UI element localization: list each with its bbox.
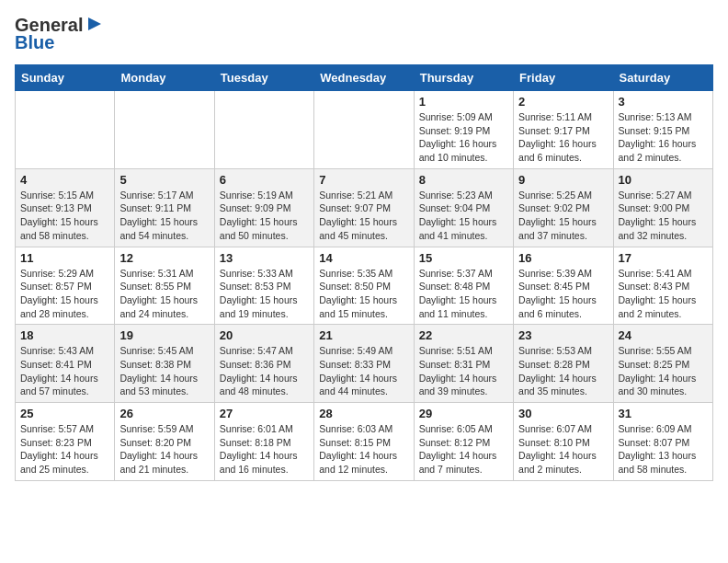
day-cell: 7Sunrise: 5:21 AM Sunset: 9:07 PM Daylig… [314,168,414,247]
day-info: Sunrise: 5:55 AM Sunset: 8:25 PM Dayligh… [619,344,708,398]
week-row-2: 4Sunrise: 5:15 AM Sunset: 9:13 PM Daylig… [16,168,713,247]
day-cell: 24Sunrise: 5:55 AM Sunset: 8:25 PM Dayli… [613,325,712,403]
day-number: 7 [319,173,408,187]
day-cell: 2Sunrise: 5:11 AM Sunset: 9:17 PM Daylig… [514,91,613,169]
day-info: Sunrise: 5:49 AM Sunset: 8:33 PM Dayligh… [319,344,408,398]
day-number: 9 [518,173,608,187]
day-number: 8 [419,173,508,187]
day-cell: 19Sunrise: 5:45 AM Sunset: 8:38 PM Dayli… [115,325,214,403]
day-number: 26 [119,407,209,420]
day-info: Sunrise: 5:15 AM Sunset: 9:13 PM Dayligh… [20,189,109,243]
day-info: Sunrise: 5:33 AM Sunset: 8:53 PM Dayligh… [220,267,309,321]
week-row-1: 1Sunrise: 5:09 AM Sunset: 9:19 PM Daylig… [16,91,713,169]
day-number: 23 [518,328,608,342]
day-info: Sunrise: 5:39 AM Sunset: 8:45 PM Dayligh… [518,267,608,321]
day-number: 3 [619,95,708,109]
day-cell: 1Sunrise: 5:09 AM Sunset: 9:19 PM Daylig… [414,91,513,169]
day-number: 20 [220,328,309,342]
day-number: 14 [319,251,408,265]
day-number: 30 [518,407,608,420]
day-cell: 28Sunrise: 6:03 AM Sunset: 8:15 PM Dayli… [314,403,414,481]
day-info: Sunrise: 5:43 AM Sunset: 8:41 PM Dayligh… [20,344,109,398]
day-cell: 4Sunrise: 5:15 AM Sunset: 9:13 PM Daylig… [16,168,115,247]
day-number: 28 [319,407,408,420]
day-info: Sunrise: 5:35 AM Sunset: 8:50 PM Dayligh… [319,267,408,321]
day-number: 15 [419,251,508,265]
weekday-header-row: SundayMondayTuesdayWednesdayThursdayFrid… [16,65,713,91]
day-cell: 27Sunrise: 6:01 AM Sunset: 8:18 PM Dayli… [214,403,313,481]
day-cell [314,91,414,169]
week-row-3: 11Sunrise: 5:29 AM Sunset: 8:57 PM Dayli… [16,247,713,325]
weekday-header-monday: Monday [115,65,214,91]
day-info: Sunrise: 5:27 AM Sunset: 9:00 PM Dayligh… [619,189,708,243]
day-number: 16 [518,251,608,265]
day-cell [214,91,313,169]
day-info: Sunrise: 5:45 AM Sunset: 8:38 PM Dayligh… [119,344,209,398]
day-number: 17 [619,251,708,265]
day-info: Sunrise: 5:47 AM Sunset: 8:36 PM Dayligh… [220,344,309,398]
day-number: 24 [619,328,708,342]
day-info: Sunrise: 5:31 AM Sunset: 8:55 PM Dayligh… [119,267,209,321]
day-cell: 25Sunrise: 5:57 AM Sunset: 8:23 PM Dayli… [16,403,115,481]
day-cell: 16Sunrise: 5:39 AM Sunset: 8:45 PM Dayli… [514,247,613,325]
logo: General Blue [15,15,105,53]
day-info: Sunrise: 5:51 AM Sunset: 8:31 PM Dayligh… [419,344,508,398]
day-number: 31 [619,407,708,420]
day-cell: 18Sunrise: 5:43 AM Sunset: 8:41 PM Dayli… [16,325,115,403]
day-number: 22 [419,328,508,342]
day-cell: 13Sunrise: 5:33 AM Sunset: 8:53 PM Dayli… [214,247,313,325]
day-number: 27 [220,407,309,420]
day-number: 25 [20,407,109,420]
day-cell: 6Sunrise: 5:19 AM Sunset: 9:09 PM Daylig… [214,168,313,247]
day-info: Sunrise: 5:59 AM Sunset: 8:20 PM Dayligh… [119,422,209,477]
page-header: General Blue [15,15,713,53]
day-info: Sunrise: 6:09 AM Sunset: 8:07 PM Dayligh… [619,422,708,477]
day-number: 5 [119,173,209,187]
day-cell: 29Sunrise: 6:05 AM Sunset: 8:12 PM Dayli… [414,403,513,481]
day-info: Sunrise: 5:11 AM Sunset: 9:17 PM Dayligh… [518,110,608,165]
day-info: Sunrise: 5:57 AM Sunset: 8:23 PM Dayligh… [20,422,109,477]
day-info: Sunrise: 5:17 AM Sunset: 9:11 PM Dayligh… [119,189,209,243]
weekday-header-sunday: Sunday [16,65,115,91]
day-cell: 11Sunrise: 5:29 AM Sunset: 8:57 PM Dayli… [16,247,115,325]
day-number: 29 [419,407,508,420]
day-number: 13 [220,251,309,265]
day-number: 2 [518,95,608,109]
day-cell: 21Sunrise: 5:49 AM Sunset: 8:33 PM Dayli… [314,325,414,403]
day-number: 1 [419,95,508,109]
day-cell [16,91,115,169]
day-info: Sunrise: 5:41 AM Sunset: 8:43 PM Dayligh… [619,267,708,321]
day-cell: 5Sunrise: 5:17 AM Sunset: 9:11 PM Daylig… [115,168,214,247]
day-number: 6 [220,173,309,187]
day-cell: 3Sunrise: 5:13 AM Sunset: 9:15 PM Daylig… [613,91,712,169]
day-info: Sunrise: 5:29 AM Sunset: 8:57 PM Dayligh… [20,267,109,321]
logo-triangle-icon [85,14,105,34]
weekday-header-thursday: Thursday [414,65,513,91]
day-info: Sunrise: 5:21 AM Sunset: 9:07 PM Dayligh… [319,189,408,243]
week-row-5: 25Sunrise: 5:57 AM Sunset: 8:23 PM Dayli… [16,403,713,481]
day-cell: 10Sunrise: 5:27 AM Sunset: 9:00 PM Dayli… [613,168,712,247]
day-info: Sunrise: 6:01 AM Sunset: 8:18 PM Dayligh… [220,422,309,477]
day-info: Sunrise: 5:53 AM Sunset: 8:28 PM Dayligh… [518,344,608,398]
svg-marker-0 [88,17,101,30]
day-info: Sunrise: 5:19 AM Sunset: 9:09 PM Dayligh… [220,189,309,243]
weekday-header-saturday: Saturday [613,65,712,91]
day-info: Sunrise: 5:13 AM Sunset: 9:15 PM Dayligh… [619,110,708,165]
day-number: 21 [319,328,408,342]
day-info: Sunrise: 6:03 AM Sunset: 8:15 PM Dayligh… [319,422,408,477]
day-number: 19 [119,328,209,342]
day-cell: 20Sunrise: 5:47 AM Sunset: 8:36 PM Dayli… [214,325,313,403]
weekday-header-tuesday: Tuesday [214,65,313,91]
day-cell: 31Sunrise: 6:09 AM Sunset: 8:07 PM Dayli… [613,403,712,481]
day-cell: 17Sunrise: 5:41 AM Sunset: 8:43 PM Dayli… [613,247,712,325]
day-info: Sunrise: 5:09 AM Sunset: 9:19 PM Dayligh… [419,110,508,165]
day-number: 11 [20,251,109,265]
day-info: Sunrise: 5:23 AM Sunset: 9:04 PM Dayligh… [419,189,508,243]
weekday-header-friday: Friday [514,65,613,91]
day-cell: 8Sunrise: 5:23 AM Sunset: 9:04 PM Daylig… [414,168,513,247]
day-number: 10 [619,173,708,187]
day-info: Sunrise: 5:37 AM Sunset: 8:48 PM Dayligh… [419,267,508,321]
day-cell [115,91,214,169]
day-cell: 15Sunrise: 5:37 AM Sunset: 8:48 PM Dayli… [414,247,513,325]
day-number: 18 [20,328,109,342]
